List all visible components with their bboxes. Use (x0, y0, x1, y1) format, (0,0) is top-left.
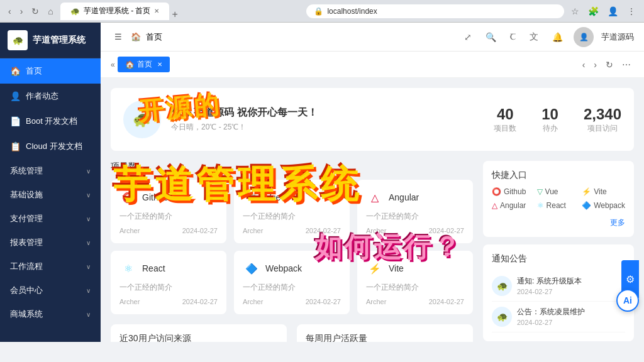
sidebar-item-cloud[interactable]: 📋 Cloud 开发文档 (0, 134, 101, 159)
ai-button[interactable]: Ai (616, 289, 639, 312)
collapse-sidebar-button[interactable]: « (111, 60, 115, 69)
browser-tab[interactable]: 🐢 芋道管理系统 - 首页 ✕ (60, 3, 170, 20)
project-author: Archer (243, 298, 263, 305)
project-date: 2024-02-27 (182, 227, 218, 234)
fullscreen-icon[interactable]: ⤢ (461, 31, 475, 43)
page-refresh-button[interactable]: ↻ (602, 58, 616, 71)
more-link[interactable]: 更多 (610, 218, 625, 227)
project-name: Vue (265, 192, 280, 202)
nav-forward[interactable]: › (17, 5, 26, 18)
bookmark-icon[interactable]: ☆ (568, 5, 582, 18)
sidebar-item-basic[interactable]: 基础设施 ∨ (0, 183, 101, 207)
quick-link-github[interactable]: ⭕Github (492, 187, 532, 196)
quick-link-angular[interactable]: △Angular (492, 201, 532, 210)
menu-icon[interactable]: ⋮ (624, 5, 639, 18)
project-card-angular[interactable]: △ Angular 一个正经的简介 Archer 2024-02-27 (357, 180, 473, 243)
quick-link-webpack[interactable]: 🔷Webpack (582, 201, 625, 210)
vite-icon: ⚡ (366, 260, 384, 277)
quick-link-vite[interactable]: ⚡Vite (582, 187, 625, 196)
font-size-icon[interactable]: Ꞇ (507, 30, 519, 43)
chevron-down-icon: ∨ (86, 287, 91, 294)
project-footer: Archer 2024-02-27 (243, 227, 341, 234)
project-card-vite[interactable]: ⚡ Vite 一个正经的简介 Archer 2024-02-27 (357, 251, 473, 314)
page-forward-button[interactable]: › (591, 58, 600, 71)
notice-item-1: 🐢 公告：系统凌晨维护 2024-02-27 (492, 302, 625, 332)
active-users-card: 每周用户活跃量 图表 (297, 324, 473, 342)
breadcrumb-label: 首页 (137, 59, 152, 70)
project-footer: Archer 2024-02-27 (119, 298, 218, 305)
sidebar-toggle-button[interactable]: ☰ (111, 31, 126, 43)
welcome-stats: 40 项目数 10 待办 2,340 项目访问 (494, 106, 621, 134)
project-card-github[interactable]: ⭕ Github 一个正经的简介 Archer 2024-02-27 (111, 180, 226, 243)
nav-refresh[interactable]: ↻ (28, 5, 42, 18)
project-card-react[interactable]: ⚛ React 一个正经的简介 Archer 2024-02-27 (111, 251, 226, 314)
sidebar-item-report[interactable]: 报表管理 ∨ (0, 231, 101, 255)
address-bar[interactable]: 🔒 localhost/index (306, 4, 564, 18)
avatar[interactable]: 👤 (574, 27, 594, 47)
welcome-avatar: 🐢 (123, 101, 161, 138)
quick-link-vue[interactable]: ▽Vue (537, 187, 577, 196)
notice-title: 公告：系统凌晨维护 (517, 307, 625, 317)
notification-icon[interactable]: 🔔 (549, 31, 566, 43)
extensions-icon[interactable]: 🧩 (585, 5, 602, 18)
search-icon[interactable]: 🔍 (482, 31, 499, 43)
tab-title: 芋道管理系统 - 首页 (84, 6, 151, 16)
chevron-down-icon: ∨ (86, 168, 91, 175)
chevron-down-icon: ∨ (86, 239, 91, 246)
stat-projects-value: 40 (494, 106, 516, 123)
sidebar-item-label: Boot 开发文档 (26, 116, 77, 127)
notice-time: 2024-02-27 (517, 288, 625, 295)
project-author: Archer (366, 298, 386, 305)
notice-content: 公告：系统凌晨维护 2024-02-27 (517, 307, 625, 326)
visitor-source-card: 近30用户访问来源 图表 (111, 324, 287, 342)
sidebar-item-home[interactable]: 🏠 首页 (0, 58, 101, 84)
project-header: ⚡ Vite (366, 260, 464, 277)
sidebar-item-system[interactable]: 系统管理 ∨ (0, 159, 101, 183)
sidebar: 🐢 芋道管理系统 🏠 首页 👤 作者动态 📄 Boot 开发文档 📋 Cloud… (0, 23, 101, 342)
sidebar-item-label: Cloud 开发文档 (26, 141, 82, 152)
stat-visits-value: 2,340 (584, 106, 621, 123)
notice-title: 通知: 系统升级版本 (517, 276, 625, 287)
project-card-webpack[interactable]: 🔷 Webpack 一个正经的简介 Archer 2024-02-27 (234, 251, 350, 314)
browser-actions: ☆ 🧩 👤 ⋮ (568, 5, 639, 18)
vite-icon: ⚡ (582, 187, 591, 196)
chevron-down-icon: ∨ (86, 216, 91, 222)
sidebar-item-boot[interactable]: 📄 Boot 开发文档 (0, 109, 101, 134)
translate-icon[interactable]: 文 (526, 30, 541, 44)
more-options-button[interactable]: ⋯ (619, 58, 634, 71)
project-desc: 一个正经的简介 (366, 282, 464, 293)
stat-projects-label: 项目数 (494, 123, 516, 134)
account-icon[interactable]: 👤 (604, 5, 621, 18)
project-date: 2024-02-27 (182, 298, 218, 305)
project-date: 2024-02-27 (429, 227, 464, 234)
project-date: 2024-02-27 (429, 298, 464, 305)
angular-icon: △ (492, 201, 497, 210)
stat-pending: 10 待办 (541, 106, 558, 134)
quick-link-react[interactable]: ⚛React (537, 201, 577, 210)
browser-chrome: ‹ › ↻ ⌂ 🐢 芋道管理系统 - 首页 ✕ + 🔒 localhost/in… (0, 0, 644, 23)
stat-pending-value: 10 (541, 106, 558, 123)
stat-visits: 2,340 项目访问 (584, 106, 621, 134)
sidebar-item-member[interactable]: 会员中心 ∨ (0, 278, 101, 302)
breadcrumb-tab-home[interactable]: 🏠 首页 ✕ (118, 57, 170, 72)
project-footer: Archer 2024-02-27 (366, 227, 464, 234)
project-card-vue[interactable]: ▽ Vue 一个正经的简介 Archer 2024-02-27 (234, 180, 350, 243)
nav-home[interactable]: ⌂ (45, 5, 56, 18)
project-header: ▽ Vue (243, 189, 341, 206)
sidebar-item-mall[interactable]: 商城系统 ∨ (0, 302, 101, 326)
notice-avatar: 🐢 (492, 307, 512, 327)
breadcrumb-close-icon[interactable]: ✕ (157, 61, 162, 68)
project-author: Archer (366, 227, 386, 234)
nav-back[interactable]: ‹ (5, 5, 14, 18)
sidebar-item-workflow[interactable]: 工作流程 ∨ (0, 255, 101, 278)
side-panel-column: 快捷入口 ⭕Github ▽Vue ⚡Vite △Angular ⚛React … (483, 161, 634, 342)
quick-links-title: 快捷入口 (492, 170, 625, 181)
add-tab-button[interactable]: + (169, 9, 180, 20)
sidebar-item-pay[interactable]: 支付管理 ∨ (0, 207, 101, 231)
page-back-button[interactable]: ‹ (579, 58, 589, 71)
project-author: Archer (119, 227, 140, 234)
sidebar-item-author[interactable]: 👤 作者动态 (0, 84, 101, 109)
project-header: △ Angular (366, 189, 464, 206)
tab-close-button[interactable]: ✕ (154, 8, 159, 14)
breadcrumb-home-icon: 🏠 (125, 60, 135, 69)
